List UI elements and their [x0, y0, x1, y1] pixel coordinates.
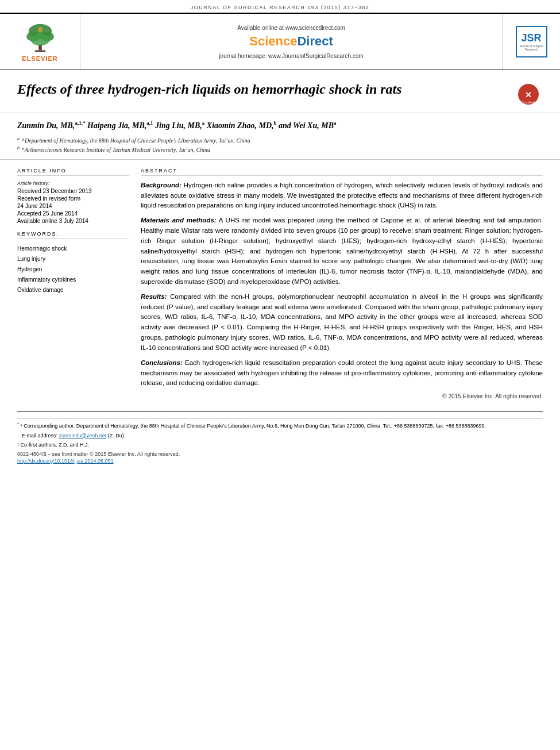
methods-label: Materials and methods:	[141, 217, 217, 224]
right-column: Abstract Background: Hydrogen-rich salin…	[141, 168, 543, 399]
elsevier-logo: ELSEVIER	[0, 14, 80, 70]
elsevier-text: ELSEVIER	[22, 55, 57, 62]
results-content: Compared with the non-H groups, polymorp…	[141, 293, 543, 351]
content-section: Article Info Article history: Received 2…	[0, 160, 560, 405]
authors-section: Zunmin Du, MB,a,1,* Haipeng Jia, MB,a,1 …	[0, 113, 560, 160]
keyword-hemorrhagic: Hemorrhagic shock	[17, 244, 129, 254]
journal-header: Journal of Surgical Research 193 (2015) …	[0, 0, 560, 13]
issn-line: 0022-4804/$ – see front matter © 2015 El…	[17, 451, 543, 457]
available-value: Available online 3 July 2014	[17, 218, 129, 224]
jsr-abbr: JSR	[521, 32, 541, 44]
conclusions-label: Conclusions:	[141, 359, 183, 366]
svg-text:✕: ✕	[525, 90, 532, 99]
left-column: Article Info Article history: Received 2…	[17, 168, 129, 399]
email-link[interactable]: zunmindu@yeah.net	[59, 433, 107, 439]
results-label: Results:	[141, 293, 167, 300]
background-content: Hydrogen-rich saline provides a high con…	[141, 182, 543, 209]
abstract-results: Results: Compared with the non-H groups,…	[141, 292, 543, 353]
copyright-line: © 2015 Elsevier Inc. All rights reserved…	[141, 393, 543, 399]
article-title: Effects of three hydrogen-rich liquids o…	[17, 80, 514, 98]
keyword-lung: Lung injury	[17, 254, 129, 264]
elsevier-tree-icon	[17, 22, 63, 53]
abstract-background: Background: Hydrogen-rich saline provide…	[141, 180, 543, 211]
article-history-block: Article history: Received 23 December 20…	[17, 180, 129, 224]
svg-text:CrossMark: CrossMark	[522, 101, 536, 104]
email-suffix: (Z. Du).	[108, 433, 126, 439]
footer-section: * * Corresponding author. Department of …	[17, 411, 543, 471]
abstract-conclusions: Conclusions: Each hydrogen-rich liquid r…	[141, 358, 543, 389]
abstract-methods: Materials and methods: A UHS rat model w…	[141, 216, 543, 287]
keyword-inflammatory: Inflammatory cytokines	[17, 275, 129, 285]
doi-link[interactable]: http://dx.doi.org/10.1016/j.jss.2014.06.…	[17, 458, 114, 464]
revised-date: 24 June 2014	[17, 203, 129, 209]
doi-line: http://dx.doi.org/10.1016/j.jss.2014.06.…	[17, 458, 543, 464]
history-label: Article history:	[17, 180, 129, 186]
svg-point-3	[30, 34, 49, 45]
jsr-box: JSR Journal of Surgical Research	[516, 26, 547, 57]
revised-label: Received in revised form	[17, 195, 129, 202]
corresponding-footnote: * * Corresponding author. Department of …	[17, 421, 543, 430]
corresponding-text: * Corresponding author. Department of He…	[20, 423, 486, 429]
crossmark: ✕ CrossMark	[514, 83, 543, 106]
svg-rect-5	[34, 50, 45, 52]
cofirst-footnote: ¹ Co-first authors: Z.D. and H.J.	[17, 441, 543, 449]
affiliation-b: b ᵇ Artherosclerosis Research Institute …	[17, 145, 543, 154]
svg-rect-6	[38, 27, 42, 32]
journal-homepage-text: journal homepage: www.JournalofSurgicalR…	[219, 53, 363, 59]
available-online-text: Available online at www.sciencedirect.co…	[237, 25, 345, 31]
jsr-logo: JSR Journal of Surgical Research	[503, 14, 560, 70]
authors-line: Zunmin Du, MB,a,1,* Haipeng Jia, MB,a,1 …	[17, 119, 543, 132]
article-info-header: Article Info	[17, 168, 129, 176]
svg-rect-4	[38, 45, 42, 50]
jsr-subtext: Journal of Surgical Research	[517, 44, 546, 51]
keywords-section: Keywords: Hemorrhagic shock Lung injury …	[17, 231, 129, 295]
footer-divider	[17, 418, 543, 419]
email-footnote: E-mail address: zunmindu@yeah.net (Z. Du…	[17, 432, 543, 440]
title-section: Effects of three hydrogen-rich liquids o…	[0, 70, 560, 113]
affiliation-a: a ᵃ Department of Hematology, the 88th H…	[17, 136, 543, 145]
accepted-value: Accepted 25 June 2014	[17, 210, 129, 217]
crossmark-icon: ✕ CrossMark	[517, 83, 540, 106]
keyword-oxidative: Oxidative damage	[17, 285, 129, 295]
sciencedirect-logo: ScienceDirect	[249, 34, 333, 49]
received-value: Received 23 December 2013	[17, 188, 129, 194]
background-label: Background:	[141, 182, 181, 189]
abstract-header: Abstract	[141, 168, 543, 176]
keywords-header: Keywords:	[17, 231, 129, 239]
conclusions-content: Each hydrogen-rich liquid resuscitation …	[141, 359, 543, 387]
center-header: Available online at www.sciencedirect.co…	[80, 14, 503, 70]
methods-content: A UHS rat model was prepared using the m…	[141, 217, 543, 285]
keyword-hydrogen: Hydrogen	[17, 264, 129, 275]
top-bar: ELSEVIER Available online at www.science…	[0, 13, 560, 70]
